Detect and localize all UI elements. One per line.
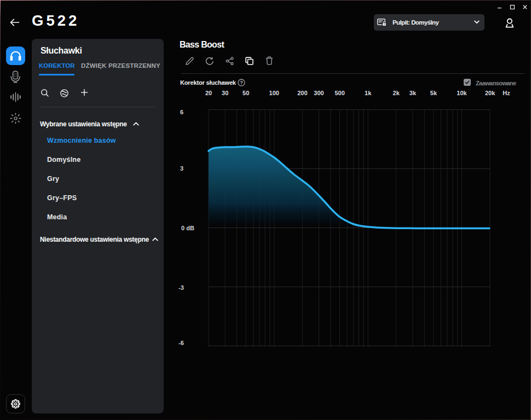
svg-text:3: 3 xyxy=(180,165,183,172)
svg-text:6: 6 xyxy=(180,109,183,115)
svg-text:200: 200 xyxy=(297,90,307,96)
svg-text:5k: 5k xyxy=(430,90,437,96)
svg-text:50: 50 xyxy=(243,90,249,96)
svg-text:0 dB: 0 dB xyxy=(181,225,194,231)
svg-text:-3: -3 xyxy=(178,284,184,291)
svg-text:500: 500 xyxy=(334,90,344,96)
svg-text:20k: 20k xyxy=(485,90,495,96)
svg-text:Hz: Hz xyxy=(503,90,510,96)
svg-text:10k: 10k xyxy=(457,90,467,96)
svg-text:3k: 3k xyxy=(409,90,417,96)
svg-text:1k: 1k xyxy=(365,90,372,96)
svg-text:-6: -6 xyxy=(178,340,184,346)
svg-text:300: 300 xyxy=(314,90,324,96)
svg-text:2k: 2k xyxy=(393,90,400,96)
svg-text:100: 100 xyxy=(269,90,279,96)
svg-text:30: 30 xyxy=(222,90,228,96)
svg-text:20: 20 xyxy=(205,90,212,96)
